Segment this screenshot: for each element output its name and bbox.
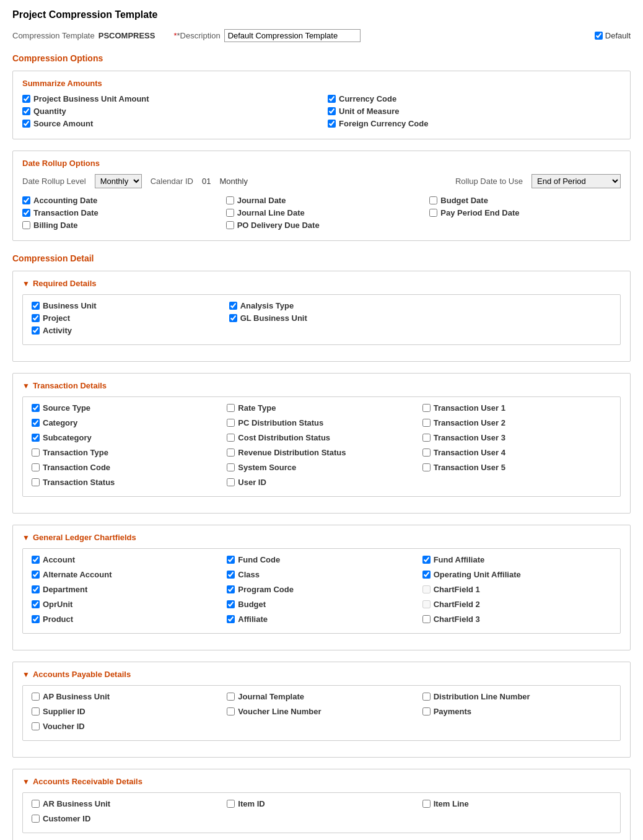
checkbox-payments[interactable] — [422, 707, 431, 715]
checkbox-transaction-type[interactable] — [32, 448, 40, 457]
checkbox-label-customer-id: Customer ID — [43, 814, 90, 823]
checkbox-transaction-code[interactable] — [32, 463, 40, 471]
ap-collapse-icon[interactable]: ▼ — [22, 670, 30, 679]
checkbox-gl-business-unit[interactable] — [229, 314, 237, 322]
checkbox-label-journal-line-date: Journal Line Date — [237, 208, 305, 217]
checkbox-transaction-status[interactable] — [32, 478, 40, 486]
checkbox-label-item-line: Item Line — [434, 799, 469, 808]
checkbox-system-source[interactable] — [227, 463, 235, 471]
checkbox-item-ar-business-unit: AR Business Unit — [32, 799, 221, 808]
checkbox-project[interactable] — [32, 314, 40, 322]
checkbox-voucher-id[interactable] — [32, 722, 40, 730]
checkbox-voucher-line-number[interactable] — [227, 707, 235, 715]
required-details-header: ▼ Required Details — [22, 279, 621, 288]
calendar-id-value: 01 — [202, 177, 211, 186]
transaction-details-box: ▼ Transaction Details Source TypeRate Ty… — [12, 373, 631, 514]
required-collapse-icon[interactable]: ▼ — [22, 279, 30, 288]
checkbox-item-ap-business-unit: AP Business Unit — [32, 692, 221, 701]
checkbox-budget-date[interactable] — [429, 196, 437, 204]
rollup-date-select[interactable]: End of Period Beginning of Period — [531, 174, 621, 188]
checkbox-alternate-account[interactable] — [32, 571, 40, 579]
checkbox-item-user-id: User ID — [227, 478, 416, 487]
checkbox-currency-code[interactable] — [328, 95, 336, 103]
compression-detail-section: Compression Detail ▼ Required Details Bu… — [12, 253, 631, 840]
checkbox-item-accounting-date: Accounting Date — [22, 196, 214, 205]
checkbox-business-unit[interactable] — [32, 302, 40, 310]
checkbox-source-type[interactable] — [32, 404, 40, 412]
checkbox-fund-affiliate[interactable] — [422, 556, 431, 564]
checkbox-label-program-code: Program Code — [238, 585, 294, 594]
checkbox-product[interactable] — [32, 615, 40, 623]
checkbox-operating-unit-affiliate[interactable] — [422, 571, 431, 579]
description-label: **Description — [173, 31, 220, 40]
checkbox-label-distribution-line-number: Distribution Line Number — [434, 692, 530, 701]
checkbox-customer-id[interactable] — [32, 815, 40, 823]
checkbox-cost-distribution-status[interactable] — [227, 434, 235, 442]
date-rollup-box: Date Rollup Options Date Rollup Level Mo… — [12, 151, 631, 241]
checkbox-pc-distribution-status[interactable] — [227, 419, 235, 427]
checkbox-label-product: Product — [43, 615, 73, 624]
checkbox-supplier-id[interactable] — [32, 707, 40, 715]
checkbox-journal-date[interactable] — [226, 196, 234, 204]
checkbox-transaction-user-2[interactable] — [422, 419, 431, 427]
ar-collapse-icon[interactable]: ▼ — [22, 777, 30, 786]
checkbox-program-code[interactable] — [227, 585, 235, 593]
checkbox-item-transaction-user-5: Transaction User 5 — [422, 463, 611, 472]
checkbox-budget[interactable] — [227, 600, 235, 608]
description-input[interactable]: Default Compression Template — [224, 29, 361, 42]
checkbox-activity[interactable] — [32, 326, 40, 335]
checkbox-label-cost-distribution-status: Cost Distribution Status — [238, 433, 330, 442]
checkbox-affiliate[interactable] — [227, 615, 235, 623]
checkbox-item-po-delivery-due-date: PO Delivery Due Date — [226, 221, 418, 230]
checkbox-account[interactable] — [32, 556, 40, 564]
checkbox-label-pay-period-end-date: Pay Period End Date — [440, 208, 519, 217]
checkbox-label-supplier-id: Supplier ID — [43, 707, 85, 716]
checkbox-transaction-user-1[interactable] — [422, 404, 431, 412]
checkbox-quantity[interactable] — [22, 107, 30, 115]
checkbox-transaction-date[interactable] — [22, 209, 30, 217]
checkbox-transaction-user-5[interactable] — [422, 463, 431, 471]
checkbox-item-revenue-distribution-status: Revenue Distribution Status — [227, 448, 416, 457]
checkbox-analysis-type[interactable] — [229, 302, 237, 310]
checkbox-category[interactable] — [32, 419, 40, 427]
checkbox-label-transaction-user-2: Transaction User 2 — [434, 418, 505, 427]
checkbox-distribution-line-number[interactable] — [422, 693, 431, 701]
checkbox-chartfield-2[interactable] — [422, 600, 431, 608]
checkbox-rate-type[interactable] — [227, 404, 235, 412]
checkbox-department[interactable] — [32, 585, 40, 593]
checkbox-unit-of-measure[interactable] — [328, 107, 336, 115]
checkbox-journal-template[interactable] — [227, 693, 235, 701]
checkbox-user-id[interactable] — [227, 478, 235, 486]
gl-collapse-icon[interactable]: ▼ — [22, 533, 30, 542]
checkbox-item-id[interactable] — [227, 800, 235, 808]
checkbox-label-project-business-unit-amount: Project Business Unit Amount — [33, 94, 149, 103]
checkbox-transaction-user-3[interactable] — [422, 434, 431, 442]
checkbox-project-business-unit-amount[interactable] — [22, 95, 30, 103]
checkbox-item-line[interactable] — [422, 800, 431, 808]
checkbox-ar-business-unit[interactable] — [32, 800, 40, 808]
checkbox-chartfield-1[interactable] — [422, 585, 431, 593]
checkbox-ap-business-unit[interactable] — [32, 693, 40, 701]
checkbox-foreign-currency-code[interactable] — [328, 120, 336, 128]
checkbox-oprunit[interactable] — [32, 600, 40, 608]
checkbox-item-customer-id: Customer ID — [32, 814, 221, 823]
checkbox-item-distribution-line-number: Distribution Line Number — [422, 692, 611, 701]
checkbox-chartfield-3[interactable] — [422, 615, 431, 623]
checkbox-subcategory[interactable] — [32, 434, 40, 442]
checkbox-source-amount[interactable] — [22, 120, 30, 128]
checkbox-fund-code[interactable] — [227, 556, 235, 564]
checkbox-revenue-distribution-status[interactable] — [227, 448, 235, 457]
checkbox-transaction-user-4[interactable] — [422, 448, 431, 457]
default-checkbox[interactable] — [595, 32, 603, 40]
rollup-level-select[interactable]: Monthly Weekly Daily — [95, 174, 142, 188]
checkbox-pay-period-end-date[interactable] — [429, 209, 437, 217]
transaction-collapse-icon[interactable]: ▼ — [22, 382, 30, 390]
checkbox-label-rate-type: Rate Type — [238, 403, 276, 413]
checkbox-item-class: Class — [227, 570, 416, 579]
checkbox-class[interactable] — [227, 571, 235, 579]
checkbox-accounting-date[interactable] — [22, 196, 30, 204]
checkbox-journal-line-date[interactable] — [226, 209, 234, 217]
checkbox-billing-date[interactable] — [22, 221, 30, 229]
checkbox-item-gl-business-unit: GL Business Unit — [229, 313, 414, 323]
checkbox-po-delivery-due-date[interactable] — [226, 221, 234, 229]
